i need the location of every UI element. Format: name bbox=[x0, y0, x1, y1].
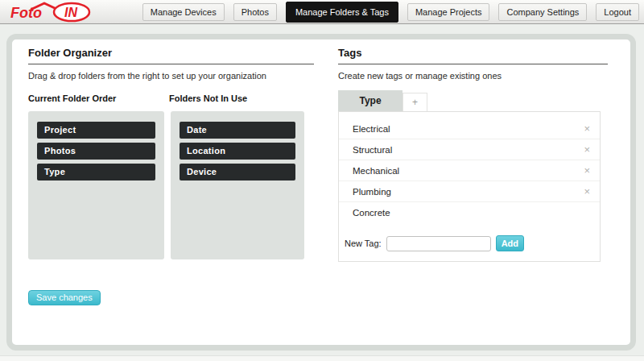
folder-item[interactable]: Location bbox=[180, 143, 295, 160]
page-footer-strip bbox=[0, 355, 644, 361]
tag-label: Plumbing bbox=[353, 187, 391, 197]
tag-row: Concrete bbox=[339, 202, 600, 222]
save-changes-button[interactable]: Save changes bbox=[28, 290, 101, 305]
tag-label: Electrical bbox=[353, 124, 390, 134]
folder-item[interactable]: Photos bbox=[37, 143, 155, 160]
current-folder-order-header: Current Folder Order bbox=[28, 93, 116, 103]
nav-item[interactable]: Company Settings bbox=[498, 3, 587, 21]
folder-panels: Project Photos Type Date Location Device bbox=[28, 111, 314, 259]
new-tag-input[interactable] bbox=[386, 236, 491, 251]
tab-type[interactable]: Type bbox=[338, 90, 402, 111]
logo-text-in: IN bbox=[64, 6, 77, 19]
nav-item[interactable]: Logout bbox=[596, 3, 639, 21]
fotoin-logo[interactable]: Foto IN bbox=[8, 1, 92, 23]
add-tag-button[interactable]: Add bbox=[496, 235, 524, 251]
folders-not-in-use-panel[interactable]: Date Location Device bbox=[171, 111, 304, 259]
page: Foto IN Manage Devices Photos Manage Fol… bbox=[0, 0, 644, 361]
folder-column-headers: Current Folder Order Folders Not In Use bbox=[28, 93, 314, 105]
tag-row: Electrical × bbox=[339, 118, 600, 139]
remove-tag-icon[interactable]: × bbox=[584, 186, 590, 197]
folder-item[interactable]: Date bbox=[180, 122, 295, 139]
tags-section: Tags Create new tags or manage existing … bbox=[338, 47, 608, 262]
current-folder-order-panel[interactable]: Project Photos Type bbox=[28, 111, 164, 259]
tag-row: Plumbing × bbox=[339, 181, 600, 202]
tag-row: Structural × bbox=[339, 139, 600, 160]
add-tab-button[interactable]: + bbox=[402, 93, 427, 111]
tags-subtitle: Create new tags or manage existing ones bbox=[338, 71, 608, 81]
nav-item[interactable]: Manage Folders & Tags bbox=[286, 2, 398, 23]
tag-label: Structural bbox=[353, 145, 392, 155]
folder-item[interactable]: Type bbox=[37, 164, 155, 180]
folder-item[interactable]: Device bbox=[180, 164, 295, 180]
tag-label: Concrete bbox=[353, 208, 390, 218]
folders-not-in-use-header: Folders Not In Use bbox=[169, 93, 247, 103]
nav-item[interactable]: Manage Devices bbox=[142, 3, 225, 21]
tag-row: Mechanical × bbox=[339, 160, 600, 181]
new-tag-row: New Tag: Add bbox=[345, 235, 593, 251]
tags-tab-bar: Type + bbox=[338, 90, 608, 111]
logo-text-foto: Foto bbox=[10, 5, 42, 21]
remove-tag-icon[interactable]: × bbox=[584, 165, 590, 176]
tags-title: Tags bbox=[338, 47, 608, 64]
new-tag-label: New Tag: bbox=[345, 239, 382, 248]
tag-list-box: Electrical × Structural × Mechanical × bbox=[338, 111, 601, 262]
folder-organizer-title: Folder Organizer bbox=[28, 47, 314, 64]
folder-organizer-subtitle: Drag & drop folders from the right to se… bbox=[28, 71, 314, 81]
nav-menu: Manage Devices Photos Manage Folders & T… bbox=[142, 0, 639, 24]
remove-tag-icon[interactable]: × bbox=[584, 144, 590, 155]
folder-item[interactable]: Project bbox=[37, 122, 155, 139]
nav-item[interactable]: Manage Projects bbox=[407, 3, 490, 21]
remove-tag-icon[interactable]: × bbox=[584, 123, 590, 134]
tag-label: Mechanical bbox=[353, 166, 399, 176]
folder-organizer-section: Folder Organizer Drag & drop folders fro… bbox=[28, 47, 314, 259]
nav-item[interactable]: Photos bbox=[233, 3, 277, 21]
tag-list: Electrical × Structural × Mechanical × bbox=[339, 118, 600, 222]
top-nav-bar: Foto IN Manage Devices Photos Manage Fol… bbox=[0, 0, 644, 24]
